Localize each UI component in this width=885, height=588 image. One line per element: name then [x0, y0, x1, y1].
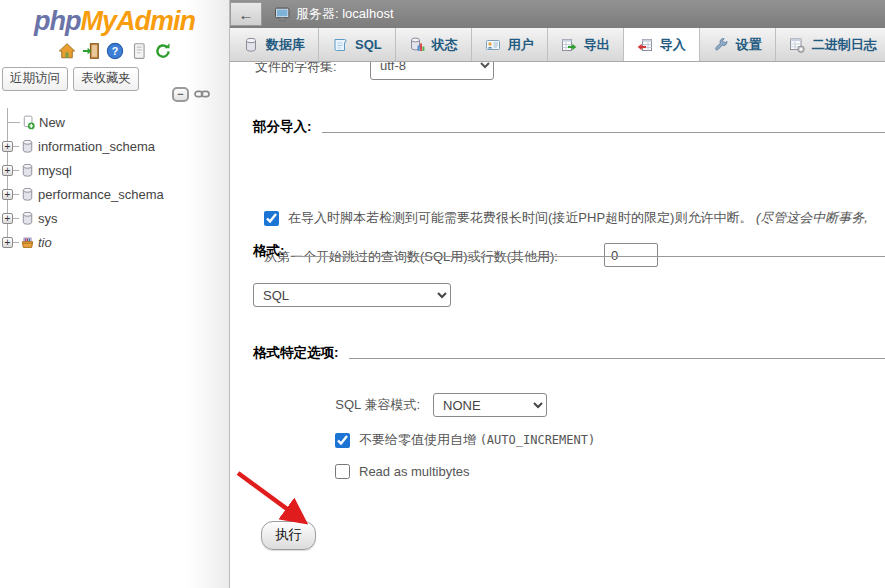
logout-icon[interactable] — [81, 41, 100, 60]
go-button[interactable]: 执行 — [261, 521, 316, 550]
sql-compat-label: SQL 兼容模式: — [230, 396, 420, 414]
wrench-icon — [713, 37, 729, 53]
sidebar-toolbar: ? — [0, 41, 229, 60]
section-title: 格式: — [253, 242, 285, 260]
format-select[interactable]: SQL — [253, 283, 451, 307]
help-icon[interactable]: ? — [105, 41, 124, 60]
selected-database-icon — [20, 235, 35, 250]
expand-icon[interactable]: + — [2, 141, 13, 152]
server-icon — [274, 6, 291, 23]
import-page: 文件的字符集: utf-8 部分导入: 在导入时脚本若检测到可能需要花费很长时间… — [230, 62, 885, 588]
tree-item-sys[interactable]: + sys — [0, 206, 228, 230]
navigation-sidebar: phpMyAdmin ? 近期访问 表收藏夹 − — [0, 0, 230, 588]
charset-select[interactable]: utf-8 — [370, 62, 494, 80]
tab-sql[interactable]: SQL — [319, 28, 396, 61]
collapse-all-icon[interactable]: − — [172, 87, 189, 102]
tree-item-new-database[interactable]: New — [0, 110, 228, 134]
partial-import-heading: 部分导入: — [253, 118, 885, 136]
auto-increment-label-text: 不要给零值使用自增 — [359, 432, 480, 447]
home-icon[interactable] — [57, 41, 76, 60]
favorite-tables-button[interactable]: 表收藏夹 — [73, 67, 139, 91]
tab-label: 数据库 — [266, 36, 305, 54]
svg-text:?: ? — [111, 44, 118, 56]
tab-databases[interactable]: 数据库 — [230, 28, 319, 61]
import-icon — [637, 37, 653, 53]
format-heading: 格式: — [253, 242, 885, 260]
tab-users[interactable]: 用户 — [472, 28, 548, 61]
format-options-heading: 格式特定选项: — [253, 344, 885, 362]
recent-tables-button[interactable]: 近期访问 — [2, 67, 68, 91]
tree-connector — [13, 194, 19, 195]
expand-icon[interactable]: + — [2, 165, 13, 176]
database-icon — [20, 163, 35, 178]
auto-increment-code: (AUTO_INCREMENT) — [480, 433, 596, 447]
phpmyadmin-app: phpMyAdmin ? 近期访问 表收藏夹 − — [0, 0, 885, 588]
tab-label: 设置 — [736, 36, 762, 54]
phpmyadmin-logo[interactable]: phpMyAdmin — [0, 0, 229, 37]
tab-status[interactable]: 状态 — [396, 28, 472, 61]
auto-increment-row: 不要给零值使用自增 (AUTO_INCREMENT) — [335, 431, 875, 449]
sql-compat-select[interactable]: NONE — [433, 393, 547, 417]
docs-icon[interactable] — [129, 41, 148, 60]
refresh-icon[interactable] — [153, 41, 172, 60]
expand-icon[interactable]: + — [2, 237, 13, 248]
tree-item-information-schema[interactable]: + information_schema — [0, 134, 228, 158]
interrupt-option-row: 在导入时脚本若检测到可能需要花费很长时间(接近PHP超时的限定)则允许中断。 (… — [264, 209, 885, 227]
tree-item-label: sys — [38, 211, 58, 226]
multibytes-row: Read as multibytes — [335, 464, 875, 479]
sql-icon — [332, 37, 348, 53]
tree-connector — [13, 242, 19, 243]
tree-item-label: New — [39, 115, 65, 130]
tree-item-label: mysql — [38, 163, 72, 178]
multibytes-label: Read as multibytes — [359, 464, 470, 479]
interrupt-checkbox[interactable] — [264, 211, 279, 226]
tab-import[interactable]: 导入 — [624, 28, 700, 62]
interrupt-label: 在导入时脚本若检测到可能需要花费很长时间(接近PHP超时的限定)则允许中断。 (… — [288, 209, 868, 227]
server-title: 服务器: localhost — [274, 5, 394, 23]
expand-icon[interactable]: + — [2, 189, 13, 200]
back-button[interactable]: ← — [230, 2, 262, 26]
database-icon — [20, 211, 35, 226]
status-icon — [409, 37, 425, 53]
tab-label: SQL — [355, 37, 382, 52]
database-icon — [243, 37, 259, 53]
users-icon — [485, 37, 501, 53]
auto-increment-checkbox[interactable] — [335, 433, 350, 448]
tree-connector — [13, 146, 19, 147]
section-title: 格式特定选项: — [253, 344, 339, 362]
tree-item-tio[interactable]: + tio — [0, 230, 228, 254]
tree-item-mysql[interactable]: + mysql — [0, 158, 228, 182]
new-database-icon — [21, 115, 36, 130]
logo-php: php — [34, 6, 80, 36]
expand-icon[interactable]: + — [2, 213, 13, 224]
tab-label: 导出 — [584, 36, 610, 54]
section-title: 部分导入: — [253, 118, 312, 136]
database-icon — [20, 139, 35, 154]
tree-item-performance-schema[interactable]: + performance_schema — [0, 182, 228, 206]
tree-item-label: information_schema — [38, 139, 155, 154]
server-label: 服务器: localhost — [296, 5, 394, 23]
multibytes-checkbox[interactable] — [335, 464, 350, 479]
server-tabs: 数据库 SQL 状态 用户 导出 导入 设置 二进制日志 — [230, 28, 885, 62]
tab-label: 用户 — [508, 36, 534, 54]
tree-controls: − — [172, 87, 210, 102]
tree-item-label: performance_schema — [38, 187, 164, 202]
tree-connector — [13, 170, 19, 171]
tree-connector — [7, 122, 20, 123]
auto-increment-label: 不要给零值使用自增 (AUTO_INCREMENT) — [359, 431, 595, 449]
tab-label: 二进制日志 — [812, 36, 877, 54]
link-icon[interactable] — [194, 87, 210, 102]
export-icon — [561, 37, 577, 53]
tab-settings[interactable]: 设置 — [700, 28, 776, 61]
tree-item-label: tio — [38, 235, 52, 250]
database-icon — [20, 187, 35, 202]
tree-connector — [13, 218, 19, 219]
tree-connector — [7, 108, 8, 122]
annotation-arrow — [230, 467, 325, 529]
tab-export[interactable]: 导出 — [548, 28, 624, 61]
database-tree: New + information_schema + mysql — [0, 110, 228, 254]
server-header-bar: ← 服务器: localhost — [230, 0, 885, 28]
interrupt-label-text: 在导入时脚本若检测到可能需要花费很长时间(接近PHP超时的限定)则允许中断。 — [288, 210, 752, 225]
logo-myadmin: MyAdmin — [80, 6, 195, 36]
tab-binary-log[interactable]: 二进制日志 — [776, 28, 885, 61]
